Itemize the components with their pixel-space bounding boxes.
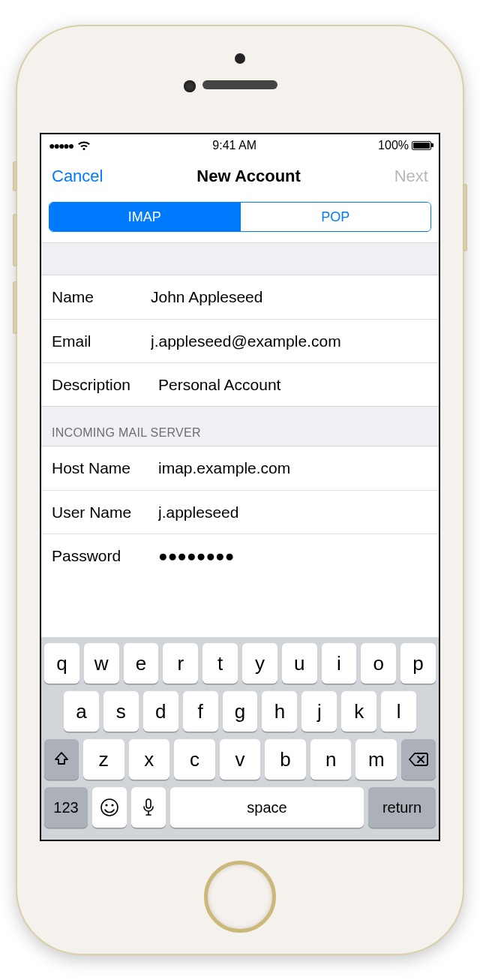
row-email[interactable]: Email j.appleseed@example.com (41, 319, 439, 362)
key-w[interactable]: w (84, 643, 119, 684)
numbers-key[interactable]: 123 (44, 787, 88, 828)
volume-up-button (13, 214, 17, 266)
key-q[interactable]: q (44, 643, 80, 684)
svg-point-1 (105, 804, 107, 806)
key-v[interactable]: v (220, 739, 261, 780)
screen: ●●●●● 9:41 AM 100% Cancel New Account Ne… (40, 133, 440, 841)
key-p[interactable]: p (400, 643, 436, 684)
power-button (463, 184, 467, 251)
home-button[interactable] (204, 861, 276, 933)
space-key[interactable]: space (170, 787, 364, 828)
key-z[interactable]: z (83, 739, 124, 780)
backspace-key[interactable] (401, 739, 436, 780)
host-name-label: Host Name (52, 459, 158, 477)
key-y[interactable]: y (242, 643, 278, 684)
signal-dots-icon: ●●●●● (49, 140, 73, 152)
key-r[interactable]: r (163, 643, 198, 684)
emoji-key[interactable] (92, 787, 127, 828)
key-b[interactable]: b (265, 739, 306, 780)
key-i[interactable]: i (322, 643, 357, 684)
email-field[interactable]: j.appleseed@example.com (151, 332, 428, 350)
svg-rect-3 (146, 799, 151, 808)
mute-switch (13, 161, 17, 191)
status-bar: ●●●●● 9:41 AM 100% (41, 134, 439, 157)
segment-imap[interactable]: IMAP (50, 203, 240, 231)
keyboard: qwertyuiop asdfghjkl zxcvbnm 123 (41, 637, 439, 840)
section-spacer (41, 242, 439, 275)
name-label: Name (52, 288, 151, 306)
nav-bar: Cancel New Account Next (41, 157, 439, 196)
user-name-field[interactable]: j.appleseed (158, 504, 428, 522)
description-label: Description (52, 376, 158, 394)
page-title: New Account (196, 167, 301, 186)
key-x[interactable]: x (129, 739, 170, 780)
key-m[interactable]: m (356, 739, 397, 780)
name-field[interactable]: John Appleseed (151, 288, 428, 306)
description-field[interactable]: Personal Account (158, 376, 428, 394)
row-user-name[interactable]: User Name j.appleseed (41, 490, 439, 534)
key-d[interactable]: d (143, 691, 178, 732)
wifi-icon (77, 140, 91, 151)
svg-point-0 (101, 799, 118, 816)
volume-down-button (13, 281, 17, 334)
return-key[interactable]: return (368, 787, 436, 828)
password-field[interactable]: ●●●●●●●● (158, 547, 428, 565)
shift-key[interactable] (44, 739, 79, 780)
svg-point-2 (111, 804, 113, 806)
key-g[interactable]: g (223, 691, 258, 732)
key-l[interactable]: l (381, 691, 416, 732)
front-camera (184, 80, 196, 92)
host-name-field[interactable]: imap.example.com (158, 459, 428, 477)
row-password[interactable]: Password ●●●●●●●● (41, 534, 439, 577)
key-k[interactable]: k (341, 691, 376, 732)
row-description[interactable]: Description Personal Account (41, 362, 439, 406)
keyboard-row-4: 123 space return (44, 787, 436, 828)
protocol-segmented-control[interactable]: IMAP POP (49, 202, 431, 232)
dictation-key[interactable] (131, 787, 166, 828)
keyboard-row-3: zxcvbnm (44, 739, 436, 780)
key-f[interactable]: f (183, 691, 218, 732)
row-host-name[interactable]: Host Name imap.example.com (41, 446, 439, 490)
key-h[interactable]: h (262, 691, 297, 732)
earpiece-speaker (202, 80, 278, 89)
battery-icon (412, 141, 431, 150)
battery-percent: 100% (378, 139, 409, 152)
key-j[interactable]: j (302, 691, 337, 732)
key-u[interactable]: u (282, 643, 317, 684)
next-button[interactable]: Next (394, 167, 428, 186)
keyboard-row-1: qwertyuiop (44, 643, 436, 684)
key-o[interactable]: o (361, 643, 396, 684)
incoming-server-header: INCOMING MAIL SERVER (41, 406, 439, 446)
row-name[interactable]: Name John Appleseed (41, 275, 439, 319)
password-label: Password (52, 547, 158, 565)
key-e[interactable]: e (124, 643, 159, 684)
email-label: Email (52, 332, 151, 350)
user-name-label: User Name (52, 504, 158, 522)
status-time: 9:41 AM (212, 139, 256, 152)
key-s[interactable]: s (104, 691, 139, 732)
keyboard-row-2: asdfghjkl (44, 691, 436, 732)
iphone-device-frame: ●●●●● 9:41 AM 100% Cancel New Account Ne… (17, 26, 463, 954)
segment-pop[interactable]: POP (240, 203, 431, 231)
key-a[interactable]: a (64, 691, 99, 732)
cancel-button[interactable]: Cancel (52, 167, 103, 186)
key-n[interactable]: n (310, 739, 352, 780)
key-c[interactable]: c (174, 739, 215, 780)
proximity-sensor (235, 53, 245, 64)
key-t[interactable]: t (202, 643, 238, 684)
